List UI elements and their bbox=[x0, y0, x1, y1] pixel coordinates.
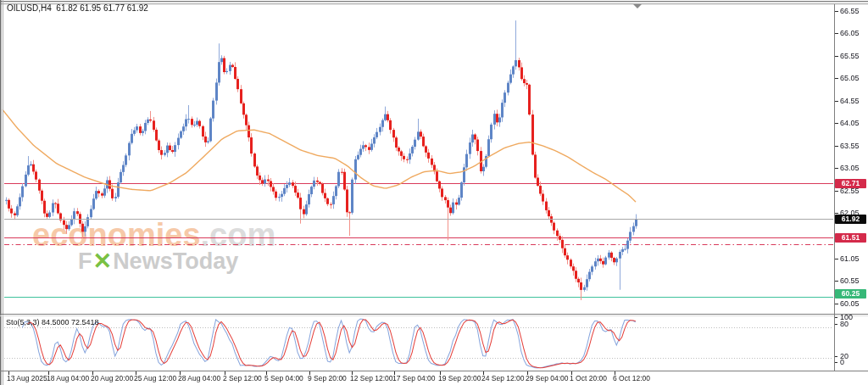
price-axis-label: 64.55 bbox=[840, 97, 868, 105]
price-axis-label: 60.05 bbox=[840, 299, 868, 308]
price-chart-canvas[interactable] bbox=[0, 0, 868, 385]
price-axis-label: 63.05 bbox=[840, 164, 868, 172]
price-level-badge: 62.71 bbox=[835, 179, 866, 188]
time-axis-label: 28 Aug 04:00 bbox=[178, 374, 220, 382]
time-axis-label: 12 Sep 12:00 bbox=[350, 374, 393, 382]
time-axis-label: 2 Sep 12:00 bbox=[223, 374, 262, 382]
time-axis-label: 5 Sep 04:00 bbox=[264, 374, 303, 382]
price-level-badge: 60.25 bbox=[835, 289, 866, 299]
symbol-ohlc-header: OILUSD,H4 61.82 61.95 61.77 61.92 bbox=[7, 3, 148, 13]
time-axis-label: 29 Sep 04:00 bbox=[526, 374, 569, 382]
time-axis-label: 24 Sep 12:00 bbox=[481, 374, 525, 382]
time-axis-label: 6 Oct 12:00 bbox=[613, 374, 650, 382]
time-axis-label: 1 Oct 20:00 bbox=[570, 374, 607, 382]
price-axis-label: 66.05 bbox=[840, 29, 868, 37]
time-axis-label: 9 Sep 20:00 bbox=[308, 374, 347, 382]
price-axis-label: 65.55 bbox=[840, 52, 868, 60]
time-axis-label: 20 Aug 20:00 bbox=[91, 374, 133, 382]
price-axis-label: 63.55 bbox=[840, 142, 868, 150]
time-axis-label: 13 Aug 2025 bbox=[7, 374, 47, 382]
price-axis-label: 60.55 bbox=[840, 276, 868, 285]
chart-window: economies.com F✕NewsToday OILUSD,H4 61.8… bbox=[0, 0, 868, 385]
time-axis-label: 25 Aug 12:00 bbox=[134, 374, 176, 382]
price-axis-label: 65.05 bbox=[840, 74, 868, 82]
stochastic-label: Sto(5,3,3) 84.5000 72.5418 bbox=[6, 318, 99, 326]
time-axis-label: 18 Aug 04:00 bbox=[47, 374, 89, 382]
stoch-axis-label: 80 bbox=[840, 320, 868, 328]
time-axis-label: 19 Sep 20:00 bbox=[438, 374, 481, 382]
price-axis-label: 64.05 bbox=[840, 119, 868, 127]
price-level-badge: 61.92 bbox=[835, 215, 866, 224]
price-level-badge: 61.51 bbox=[835, 233, 866, 243]
time-axis-label: 17 Sep 04:00 bbox=[392, 374, 436, 382]
price-axis-label: 61.05 bbox=[840, 254, 868, 263]
price-axis-label: 66.55 bbox=[840, 7, 868, 15]
stoch-axis-label: 0 bbox=[840, 358, 868, 366]
